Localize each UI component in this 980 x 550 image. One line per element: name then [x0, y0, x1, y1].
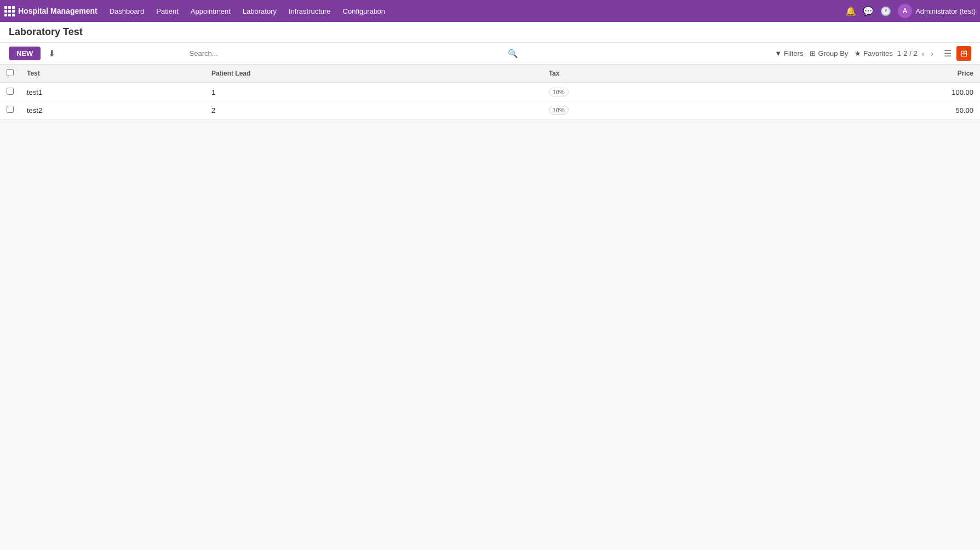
clock-icon[interactable]: 🕐: [880, 6, 891, 16]
brand-label: Hospital Management: [18, 7, 98, 15]
pagination: 1-2 / 2 ‹ ›: [897, 48, 936, 59]
kanban-view-button[interactable]: ⊞: [956, 46, 971, 61]
tax-badge: 10%: [549, 106, 569, 114]
filters-button[interactable]: ▼ Filters: [775, 49, 803, 58]
col-test[interactable]: Test: [20, 65, 205, 83]
col-patient-lead[interactable]: Patient Lead: [205, 65, 542, 83]
cell-price: 100.00: [754, 83, 980, 101]
search-input[interactable]: [190, 49, 508, 58]
nav-infrastructure[interactable]: Infrastructure: [283, 5, 336, 18]
export-icon: ⬇: [48, 49, 55, 58]
chat-icon[interactable]: 💬: [863, 6, 874, 16]
pagination-label: 1-2 / 2: [897, 49, 918, 58]
cell-test[interactable]: test1: [20, 83, 205, 101]
cell-patient-lead: 1: [205, 83, 542, 101]
toolbar: NEW ⬇ 🔍 ▼ Filters ⊞ Group By ★ Favorites…: [0, 43, 980, 65]
search-icon[interactable]: 🔍: [508, 49, 518, 59]
table-container: Test Patient Lead Tax Price test1 1 10% …: [0, 65, 980, 119]
next-page-button[interactable]: ›: [929, 48, 936, 59]
cell-test[interactable]: test2: [20, 101, 205, 119]
favorites-button[interactable]: ★ Favorites: [855, 49, 892, 58]
filter-icon: ▼: [775, 49, 782, 58]
prev-page-button[interactable]: ‹: [920, 48, 927, 59]
col-price[interactable]: Price: [754, 65, 980, 83]
col-tax[interactable]: Tax: [542, 65, 755, 83]
top-navigation: Hospital Management Dashboard Patient Ap…: [0, 0, 980, 22]
bell-icon[interactable]: 🔔: [845, 6, 856, 16]
list-view-button[interactable]: ☰: [940, 46, 955, 61]
groupby-icon: ⊞: [810, 49, 816, 58]
cell-patient-lead: 2: [205, 101, 542, 119]
nav-configuration[interactable]: Configuration: [337, 5, 391, 18]
filter-group: ▼ Filters ⊞ Group By ★ Favorites: [775, 49, 893, 58]
cell-tax: 10%: [542, 83, 755, 101]
app-brand[interactable]: Hospital Management: [4, 6, 98, 16]
topnav-right: 🔔 💬 🕐 A Administrator (test): [845, 4, 976, 18]
row-checkbox[interactable]: [7, 88, 14, 95]
search-bar: 🔍: [190, 49, 518, 59]
row-checkbox-cell: [0, 83, 20, 101]
nav-menu: Dashboard Patient Appointment Laboratory…: [104, 5, 843, 18]
laboratory-test-table: Test Patient Lead Tax Price test1 1 10% …: [0, 65, 980, 119]
new-button[interactable]: NEW: [9, 47, 41, 60]
star-icon: ★: [855, 49, 861, 58]
select-all-checkbox[interactable]: [7, 69, 14, 76]
nav-dashboard[interactable]: Dashboard: [104, 5, 150, 18]
page-header: Laboratory Test: [0, 22, 980, 43]
nav-patient[interactable]: Patient: [151, 5, 184, 18]
nav-appointment[interactable]: Appointment: [185, 5, 236, 18]
cell-tax: 10%: [542, 101, 755, 119]
user-menu[interactable]: A Administrator (test): [898, 4, 976, 18]
page-title: Laboratory Test: [9, 26, 83, 38]
select-all-header: [0, 65, 20, 83]
tax-badge: 10%: [549, 88, 569, 96]
grid-icon: [4, 6, 15, 16]
view-toggle: ☰ ⊞: [940, 46, 971, 61]
table-row: test1 1 10% 100.00: [0, 83, 980, 101]
export-button[interactable]: ⬇: [45, 47, 59, 60]
avatar: A: [898, 4, 912, 18]
user-label: Administrator (test): [915, 7, 976, 15]
cell-price: 50.00: [754, 101, 980, 119]
groupby-button[interactable]: ⊞ Group By: [810, 49, 848, 58]
table-row: test2 2 10% 50.00: [0, 101, 980, 119]
table-header-row: Test Patient Lead Tax Price: [0, 65, 980, 83]
row-checkbox-cell: [0, 101, 20, 119]
nav-laboratory[interactable]: Laboratory: [237, 5, 282, 18]
row-checkbox[interactable]: [7, 106, 14, 113]
